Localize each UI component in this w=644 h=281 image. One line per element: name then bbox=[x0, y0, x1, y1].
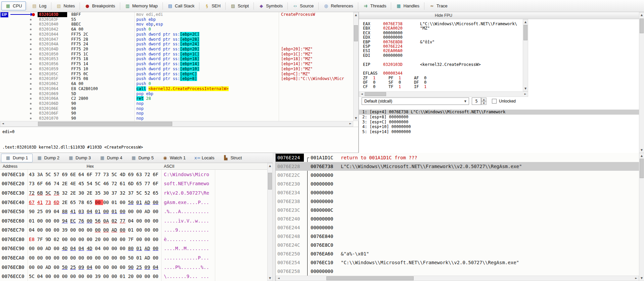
stack-row[interactable]: 0076E23000000000 bbox=[276, 179, 639, 188]
stack-row[interactable]: 0076E23400000000 bbox=[276, 188, 639, 197]
dump-row[interactable]: 0076EC30726B5C76322E302E35303732375C5265… bbox=[0, 188, 267, 198]
register-row[interactable]: EIP0320103D<kernel32.CreateProcessW> bbox=[359, 63, 523, 67]
stack-row[interactable]: 0076E25800000000 bbox=[276, 267, 639, 276]
tab-dump-5[interactable]: ▦Dump 5 bbox=[127, 154, 158, 162]
disasm-row[interactable]: 0320106F90nop bbox=[0, 111, 353, 116]
scroll-right-button[interactable]: ► bbox=[634, 276, 639, 281]
stack-arg-row[interactable]: 5: [esp+14] 00000000 bbox=[359, 129, 639, 134]
stack-row[interactable]: 0076E24400000000 bbox=[276, 223, 639, 232]
stack-row[interactable]: 0076E24000000000 bbox=[276, 214, 639, 223]
stack-arg-row[interactable]: 2: [esp+8] 00000000 bbox=[359, 115, 639, 120]
tab-source[interactable]: ‹›Source bbox=[288, 1, 318, 10]
dump-row[interactable]: 0076ECA00000000000000000000000005001AD00… bbox=[0, 253, 267, 263]
disasm-row[interactable]: 03201056FF75 14push dword ptr ss:[ebp+14… bbox=[0, 62, 353, 67]
flags-row[interactable]: ZF1PF1AF0 bbox=[359, 76, 523, 80]
scroll-up-button[interactable]: ▲ bbox=[639, 12, 644, 17]
scroll-thumb[interactable] bbox=[326, 276, 414, 280]
flags-row[interactable]: OF0SF0DF0 bbox=[359, 80, 523, 85]
register-row[interactable]: ESI02EA00A0 bbox=[359, 49, 523, 53]
disasm-row[interactable]: 03201059FF75 10push dword ptr ss:[ebp+10… bbox=[0, 67, 353, 72]
tab-log[interactable]: ▤Log bbox=[28, 1, 50, 10]
register-row[interactable]: EDX00000000 bbox=[359, 35, 523, 40]
dump-row[interactable]: 0076ECB00000AD00502509040000000090250904… bbox=[0, 263, 267, 272]
spin-down-button[interactable]: ▼ bbox=[481, 101, 487, 105]
disasm-row[interactable]: 0320106D90nop bbox=[0, 101, 353, 106]
dump-row[interactable]: 0076ECC05C040000000000003900000120000000… bbox=[0, 272, 267, 281]
tab-handles[interactable]: ▦Handles bbox=[392, 1, 423, 10]
register-row[interactable]: EAX0076E738L"C:\\Windows\\Microsoft.NET\… bbox=[359, 22, 523, 26]
tab-watch-1[interactable]: ◉Watch 1 bbox=[158, 154, 190, 162]
register-row[interactable]: EBP0076E8D8&"ôîv" bbox=[359, 40, 523, 44]
scroll-left-button[interactable]: ◄ bbox=[359, 92, 364, 96]
dump-row[interactable]: 0076EC7004000000390000000000AD0001000000… bbox=[0, 225, 267, 235]
tab-cpu[interactable]: ▦CPU bbox=[1, 1, 26, 10]
unlocked-checkbox[interactable] bbox=[492, 99, 497, 104]
disasm-horizontal-scrollbar[interactable]: ◄ ► bbox=[0, 121, 353, 127]
stack-row[interactable]: 0076E2540076EC10"C:\\Windows\\Microsoft.… bbox=[276, 258, 639, 267]
tab-dump-4[interactable]: ▦Dump 4 bbox=[95, 154, 127, 162]
tab-seh[interactable]: §SEH bbox=[200, 1, 225, 10]
tab-call-stack[interactable]: ▤Call Stack bbox=[164, 1, 199, 10]
dump-row[interactable]: 0076EC509025090488410304010001000000AD00… bbox=[0, 207, 267, 216]
stack-row[interactable]: 0076E224001A1D1Creturn to 001A1D1C from … bbox=[276, 153, 639, 162]
disasm-row[interactable]: 03201050FF75 1Cpush dword ptr ss:[ebp+1C… bbox=[0, 52, 353, 57]
register-row[interactable]: EBX02EA0020"MZ" bbox=[359, 26, 523, 31]
stack-row[interactable]: 0076E23C0800000C bbox=[276, 206, 639, 214]
tab-memory-map[interactable]: ▥Memory Map bbox=[121, 1, 162, 10]
arg-count-input[interactable]: 5 bbox=[472, 97, 481, 105]
tab-symbols[interactable]: ◆Symbols bbox=[255, 1, 287, 10]
registers-horizontal-scrollbar[interactable]: ◄ ► bbox=[359, 91, 528, 97]
scroll-thumb[interactable] bbox=[523, 25, 527, 40]
stack-row[interactable]: 0076E22C00000000 bbox=[276, 171, 639, 179]
tab-threads[interactable]: ⇉Threads bbox=[359, 1, 390, 10]
tab-script[interactable]: ▨Script bbox=[226, 1, 253, 10]
disasm-vertical-scrollbar[interactable]: ▲ ▼ bbox=[353, 12, 359, 121]
flags-row[interactable]: CF0TF1IF1 bbox=[359, 85, 523, 89]
disasm-row[interactable]: 032010626A 00push 0 bbox=[0, 81, 353, 86]
disasm-row[interactable]: 032010426A 00push 0 bbox=[0, 27, 353, 32]
scroll-thumb[interactable] bbox=[354, 25, 358, 41]
scroll-right-button[interactable]: ► bbox=[348, 121, 353, 126]
scroll-up-button[interactable]: ▲ bbox=[639, 153, 644, 158]
tab-locals[interactable]: x=Locals bbox=[190, 154, 219, 162]
stack-arg-row[interactable]: 1: [esp+4] 0076E738 L"C:\\Windows\\Micro… bbox=[359, 110, 639, 115]
disasm-row[interactable]: 0320104AFF75 24push dword ptr ss:[ebp+24… bbox=[0, 42, 353, 47]
stack-row[interactable]: 0076E2480076E840 bbox=[276, 232, 639, 241]
disasm-row[interactable]: 032010695Dpop ebp bbox=[0, 91, 353, 96]
dump-row[interactable]: 0076EC406741736D2E657865000001005001AD00… bbox=[0, 198, 267, 207]
disasm-row[interactable]: 03201053FF75 18push dword ptr ss:[ebp+18… bbox=[0, 56, 353, 62]
dump-row[interactable]: 0076EC20736F66742E4E45545C4672616D65776F… bbox=[0, 179, 267, 189]
dump-row[interactable]: 0076EC80E87F9D0200000000200000007F000000… bbox=[0, 235, 267, 244]
disasm-row[interactable]: 0320106AC2 2800ret 28 bbox=[0, 96, 353, 101]
disasm-row[interactable]: EIP0320103D8BFFmov edi,ediCreateProcessW bbox=[0, 12, 353, 17]
register-row[interactable]: EDI00000000 bbox=[359, 53, 523, 58]
stack-horizontal-scrollbar[interactable]: ◄ ► bbox=[276, 276, 639, 281]
tab-trace[interactable]: ≈Trace bbox=[425, 1, 452, 10]
disasm-row[interactable]: 03201047FF75 28push dword ptr ss:[ebp+28… bbox=[0, 37, 353, 42]
stack-vertical-scrollbar[interactable]: ▲ ▼ bbox=[639, 153, 644, 281]
stack-row[interactable]: 0076E2500076EA60&"a%-\x01" bbox=[276, 249, 639, 258]
scroll-thumb[interactable] bbox=[640, 18, 644, 33]
dump-row[interactable]: 0076EC900000AD004D04044D040000008001AD00… bbox=[0, 244, 267, 253]
tab-dump-3[interactable]: ▦Dump 3 bbox=[64, 154, 95, 162]
calling-convention-select[interactable]: Default (stdcall) ▼ bbox=[362, 97, 469, 105]
dump-row[interactable]: 0076EC10433A5C57696E646F77735C4D6963726F… bbox=[0, 170, 267, 179]
spin-up-button[interactable]: ▲ bbox=[481, 97, 487, 101]
stack-row[interactable]: 0076E24C0076E8C0 bbox=[276, 241, 639, 249]
disasm-row[interactable]: 0320106E90nop bbox=[0, 106, 353, 111]
register-row[interactable]: ESP0076E224 bbox=[359, 44, 523, 49]
disasm-row[interactable]: 0320104DFF75 20push dword ptr ss:[ebp+20… bbox=[0, 47, 353, 52]
scroll-up-button[interactable]: ▲ bbox=[354, 12, 358, 17]
disasm-row[interactable]: 03201064E8 CA2B0100call <kernel32.Create… bbox=[0, 86, 353, 91]
tab-dump-1[interactable]: ▦Dump 1 bbox=[1, 154, 33, 162]
scroll-down-button[interactable]: ▼ bbox=[639, 276, 644, 281]
stack-arg-row[interactable]: 4: [esp+10] 00000000 bbox=[359, 124, 639, 129]
stack-row[interactable]: 0076E2280076E738L"C:\\Windows\\Microsoft… bbox=[276, 162, 639, 171]
tab-struct[interactable]: ▙Struct bbox=[219, 154, 246, 162]
tab-references[interactable]: ◎References bbox=[319, 1, 357, 10]
disasm-row[interactable]: 0320105FFF75 08push dword ptr ss:[ebp+8]… bbox=[0, 76, 353, 81]
scroll-down-button[interactable]: ▼ bbox=[523, 86, 528, 91]
registers-vertical-scrollbar[interactable]: ▲ ▼ bbox=[523, 19, 528, 91]
scroll-down-button[interactable]: ▼ bbox=[354, 116, 358, 121]
scroll-thumb[interactable] bbox=[640, 159, 644, 178]
